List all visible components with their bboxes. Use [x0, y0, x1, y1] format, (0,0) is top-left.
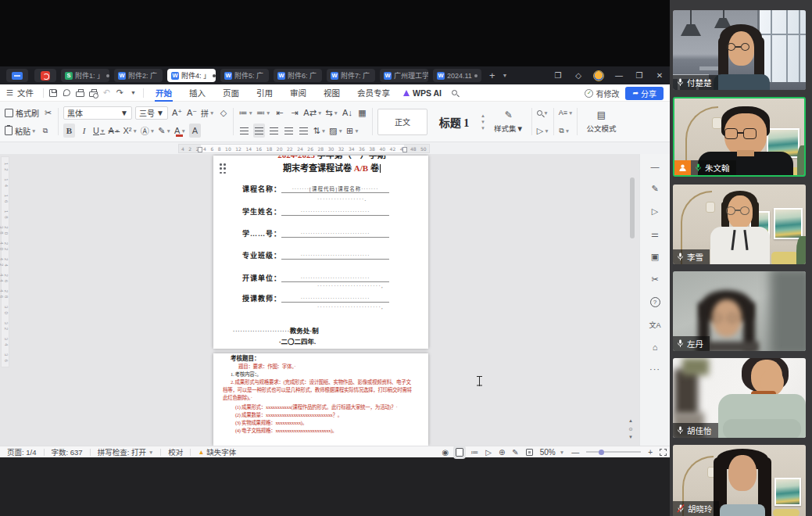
page-nav-buttons[interactable]: ▲⊙▼ [628, 418, 633, 439]
horizontal-ruler[interactable]: 4224681012141618202224262830323436384042… [178, 144, 430, 153]
indent-icon[interactable]: ⇥ [288, 106, 300, 120]
menu-view[interactable]: 视图 [315, 84, 349, 102]
tools-icon[interactable]: ✂ [651, 274, 658, 285]
increase-font-icon[interactable]: A⁺ [171, 106, 183, 120]
settings-sliders-icon[interactable]: ⚌ [651, 229, 659, 239]
zoom-in-icon[interactable]: + [648, 448, 653, 457]
highlight-icon[interactable]: ✎▼ [158, 124, 171, 138]
help-icon[interactable]: ? [650, 297, 660, 307]
tab-doc[interactable]: W附件7: 广 [327, 69, 375, 82]
menu-file[interactable]: 文件 [17, 87, 34, 99]
left-indent-marker[interactable] [198, 147, 202, 152]
style-set-button[interactable]: ✎样式集▼ [490, 109, 528, 134]
image-tool-icon[interactable]: ▣ [651, 252, 659, 262]
char-border-icon[interactable]: Ⓐ▼ [141, 124, 155, 138]
paste-button[interactable]: 粘贴▼ [5, 124, 36, 138]
tab-doc[interactable]: W附件6: 广 [274, 69, 322, 82]
numbered-list-icon[interactable]: ≕▼ [256, 106, 270, 120]
status-wordcount[interactable]: 字数: 637 [45, 446, 90, 457]
tab-pdf[interactable] [34, 69, 56, 82]
menu-member[interactable]: 会员专享 [349, 84, 399, 102]
zoom-knob[interactable] [599, 450, 604, 455]
justify-icon[interactable] [283, 124, 295, 138]
more-dots-icon[interactable]: ··· [649, 364, 660, 374]
tab-doc-active[interactable]: W附件4: 」 [167, 69, 216, 82]
select-cursor-icon[interactable]: ▷▼ [537, 124, 549, 138]
sort-icon[interactable]: A↓ [342, 106, 353, 120]
cut-icon[interactable]: ✂ [42, 106, 54, 120]
modified-status[interactable]: ✓有修改 [585, 88, 619, 99]
tab-doc-s[interactable]: S附件1: 」 [61, 69, 109, 82]
layers-icon[interactable]: ⧉▼ [559, 124, 571, 138]
style-heading1[interactable]: 标题 1 [432, 108, 476, 136]
font-color-button[interactable]: A▼ [174, 124, 186, 138]
print-preview-icon[interactable] [87, 87, 100, 99]
tab-doc[interactable]: W2024.11 [433, 69, 481, 82]
document-canvas[interactable]: 12 14 16 18 20 22 24 26 28 30 32 34 36 3… [0, 154, 670, 446]
more-chevron-icon[interactable]: ▼ [127, 87, 140, 99]
tab-doc[interactable]: W附件2: 广 [114, 69, 163, 82]
zoom-out-icon[interactable]: — [571, 448, 579, 457]
style-gallery-scroll[interactable]: ▲▼▼ [481, 113, 485, 131]
official-doc-mode-button[interactable]: ▤公文模式 [582, 109, 620, 134]
char-scale-icon[interactable]: A⇄▼ [303, 106, 322, 120]
scrollbar-thumb[interactable] [630, 177, 635, 238]
bold-button[interactable]: B [63, 124, 75, 138]
menu-reference[interactable]: 引用 [248, 84, 281, 102]
status-spellcheck[interactable]: 拼写检查: 打开▼ [91, 446, 161, 457]
minimize-button[interactable]: — [609, 66, 629, 84]
participant-tile[interactable]: 左丹 [673, 271, 806, 351]
eye-icon[interactable]: ◉ [442, 448, 449, 457]
web-view-icon[interactable]: ⊕ [499, 448, 505, 457]
right-indent-marker[interactable] [402, 147, 407, 152]
page-view-icon[interactable] [456, 448, 463, 457]
fit-page-icon[interactable] [526, 449, 533, 456]
play-icon[interactable]: ▷ [485, 448, 492, 457]
style-normal[interactable]: 正文 [377, 109, 427, 135]
tab-list-chevron[interactable]: ▼ [503, 73, 508, 78]
format-painter-button[interactable]: 格式刷 [5, 106, 39, 120]
translate-icon[interactable]: 文A [649, 320, 660, 330]
undo-icon[interactable]: ↶ [100, 87, 113, 99]
hamburger-icon[interactable]: ☰ [6, 88, 13, 97]
align-left-icon[interactable] [238, 124, 250, 138]
line-spacing-icon[interactable]: ⇅▼ [313, 124, 326, 138]
text-effect-icon[interactable]: 拼▼ [201, 106, 214, 120]
vertical-ruler[interactable]: 12 14 16 18 20 22 24 26 28 30 32 34 36 3… [1, 156, 9, 367]
resume-icon[interactable]: ⌂ [653, 342, 658, 352]
menu-page[interactable]: 页面 [214, 84, 248, 102]
collapse-icon[interactable]: — [651, 162, 660, 171]
tab-doc[interactable]: W广州理工学 [380, 69, 428, 82]
close-button[interactable]: ✕ [649, 66, 670, 84]
direction-icon[interactable]: ⇆▼ [325, 106, 338, 120]
save-icon[interactable] [47, 87, 60, 99]
pen-icon[interactable]: ✎ [651, 184, 658, 194]
export-pdf-icon[interactable] [60, 87, 73, 99]
globe-icon[interactable]: ◇ [568, 66, 588, 84]
vertical-scrollbar[interactable] [630, 177, 635, 396]
clear-format-icon[interactable]: ◇ [217, 106, 229, 120]
zoom-slider[interactable] [586, 451, 641, 453]
border-icon[interactable]: ⊞▼ [346, 124, 359, 138]
search-icon[interactable] [448, 87, 461, 99]
superscript-icon[interactable]: X²▼ [123, 124, 137, 138]
char-shading-button[interactable]: A [189, 124, 201, 138]
tab-doc[interactable]: W附件5: 广 [220, 69, 269, 82]
tab-wps-home[interactable] [6, 69, 28, 82]
print-icon[interactable] [73, 87, 87, 99]
status-proofread[interactable]: 校对 [161, 446, 190, 457]
strikethrough-icon[interactable]: A▼ [108, 124, 120, 138]
align-right-icon[interactable] [268, 124, 280, 138]
account-avatar[interactable] [588, 66, 609, 84]
participant-tile[interactable]: 胡佳怡 [673, 358, 806, 438]
wps-ai-button[interactable]: WPS AI [403, 88, 442, 98]
edit-pencil-icon[interactable]: ✎ [512, 448, 518, 457]
outdent-icon[interactable]: ⇤ [274, 106, 285, 120]
bullet-list-icon[interactable]: ≔▼ [238, 106, 252, 120]
menu-insert[interactable]: 插入 [181, 84, 214, 102]
italic-button[interactable]: I [78, 124, 90, 138]
share-button[interactable]: ➦分享 [625, 87, 664, 100]
font-size-select[interactable]: 三号▼ [135, 106, 168, 120]
distribute-icon[interactable] [298, 124, 309, 138]
outline-view-icon[interactable]: ≔ [470, 448, 478, 457]
